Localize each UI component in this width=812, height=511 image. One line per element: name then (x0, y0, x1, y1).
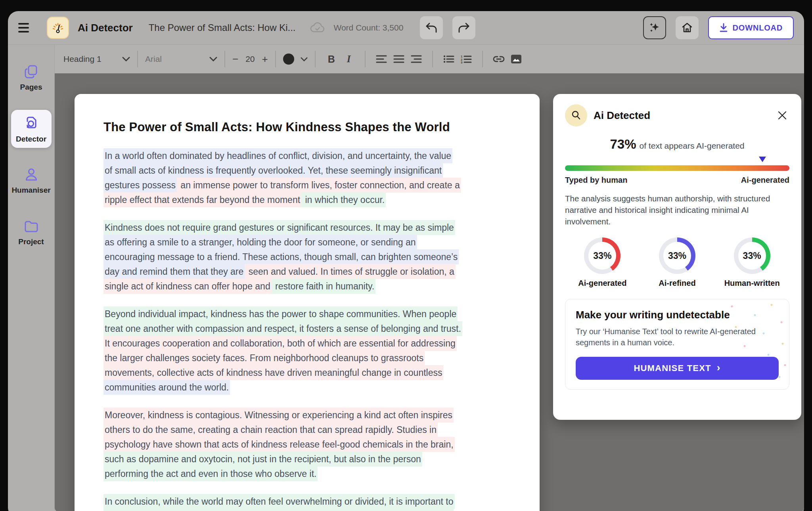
sidebar-item-detector[interactable]: Detector (11, 110, 52, 148)
document-body: In a world often dominated by headlines … (103, 149, 511, 511)
gauge-ai-refined: 33% Ai-refined (640, 237, 714, 288)
close-panel-button[interactable] (775, 108, 789, 122)
meter-marker-icon (759, 157, 766, 162)
svg-text:3: 3 (461, 61, 463, 63)
image-button[interactable] (508, 50, 525, 68)
highlighted-text-pink: single act of kindness can offer hope an… (103, 279, 272, 294)
highlighted-text-green: Beyond individual impact, kindness has t… (103, 306, 458, 322)
highlighted-text-blue: gestures possess (103, 178, 177, 193)
document-title-truncated[interactable]: The Power of Small Acts: How Ki... (149, 22, 296, 33)
formatting-toolbar: Heading 1 Arial − 20 + (55, 45, 804, 73)
highlighted-text-blue: day and remind them that they are (103, 264, 245, 279)
highlighted-text-green: treat one another with compassion and re… (103, 321, 462, 336)
editor-canvas: The Power of Small Acts: How Kindness Sh… (55, 73, 804, 511)
donut-gauge: 33% (584, 237, 620, 274)
chevron-down-icon (301, 57, 308, 61)
humanise-text-button[interactable]: HUMANISE TEXT › (576, 357, 779, 380)
numbered-list-icon: 123 (461, 55, 472, 63)
align-center-icon (393, 55, 404, 63)
redo-icon (458, 22, 470, 33)
ai-meter (565, 165, 789, 171)
highlighted-text-pink: ripple effect that extends far beyond th… (103, 192, 301, 207)
text-color-select[interactable] (283, 54, 308, 65)
gauge-icon (51, 21, 65, 35)
sidebar-item-project[interactable]: Project (11, 213, 52, 251)
highlighted-text-pink: seen and valued. In times of struggle or… (245, 264, 455, 279)
highlighted-text-blue: as offering a smile to a stranger, holdi… (103, 235, 417, 250)
ai-detected-panel: Ai Detected 73%of text appears AI-genera… (553, 94, 801, 420)
ai-percentage-value: 73% (610, 137, 636, 151)
app-window: Ai Detector The Power of Small Acts: How… (8, 11, 804, 511)
highlighted-text-blue: of small acts of kindness is frequently … (103, 163, 443, 178)
panel-title: Ai Detected (594, 109, 650, 122)
link-button[interactable] (490, 50, 508, 68)
ai-percentage-summary: 73%of text appears AI-generated (565, 137, 789, 152)
paragraph[interactable]: Beyond individual impact, kindness has t… (103, 307, 511, 395)
highlighted-text-pink: the larger challenges society faces. Fro… (103, 350, 425, 366)
gauge-ai-generated: 33% Ai-generated (565, 237, 639, 288)
font-size-stepper: − 20 + (232, 54, 268, 64)
align-right-icon (411, 55, 422, 63)
highlighted-text-green: In conclusion, while the world may often… (103, 494, 455, 509)
home-icon (681, 22, 693, 34)
bullet-list-icon (443, 55, 454, 63)
analysis-text: The analysis suggests human authorship, … (565, 193, 779, 227)
italic-button[interactable]: I (340, 50, 358, 68)
title-bar: Ai Detector The Power of Small Acts: How… (8, 11, 804, 45)
sparkles-icon (649, 22, 661, 34)
align-left-button[interactable] (373, 50, 390, 68)
bullet-list-button[interactable] (440, 50, 458, 68)
paragraph-style-select[interactable]: Heading 1 (63, 54, 130, 64)
chevron-down-icon (122, 57, 130, 61)
highlighted-text-green: performing the act and even in those who… (103, 466, 318, 481)
align-center-button[interactable] (390, 50, 408, 68)
font-family-select[interactable]: Arial (145, 54, 217, 64)
numbered-list-button[interactable]: 123 (458, 50, 475, 68)
highlighted-text-pink: an immense power to transform lives, fos… (177, 178, 461, 193)
bold-button[interactable]: B (323, 50, 340, 68)
gradient-meter-bar (565, 165, 789, 171)
close-icon (778, 111, 787, 120)
undo-icon (425, 22, 437, 33)
highlighted-text-pink: others to do the same, creating a chain … (103, 422, 438, 437)
highlighted-text-blue: In a world often dominated by headlines … (103, 148, 452, 163)
chevron-down-icon (209, 57, 217, 61)
redo-button[interactable] (452, 16, 475, 39)
highlighted-text-green: such as dopamine and oxytocin, not just … (103, 452, 422, 467)
cloud-sync-icon (310, 22, 325, 34)
highlighted-text-blue: encouraging message to a friend. These a… (103, 249, 459, 264)
align-right-button[interactable] (408, 50, 425, 68)
home-button[interactable] (676, 16, 699, 39)
chevron-right-icon: › (717, 362, 721, 374)
font-size-increase[interactable]: + (262, 54, 268, 64)
app-logo[interactable] (47, 17, 69, 39)
gauges-row: 33% Ai-generated 33% Ai-refined (565, 237, 789, 288)
document-heading[interactable]: The Power of Small Acts: How Kindness Sh… (103, 120, 511, 134)
document-page[interactable]: The Power of Small Acts: How Kindness Sh… (75, 94, 540, 511)
align-left-icon (376, 55, 387, 63)
app-title: Ai Detector (78, 22, 133, 34)
scale-label-ai: Ai-generated (741, 176, 789, 185)
humaniser-person-icon (23, 167, 40, 183)
sidebar-item-pages[interactable]: Pages (11, 58, 52, 96)
sidebar-item-humaniser[interactable]: Humaniser (11, 161, 52, 199)
hamburger-menu-icon[interactable] (18, 20, 34, 36)
font-size-decrease[interactable]: − (232, 54, 238, 64)
link-icon (493, 55, 505, 63)
paragraph[interactable]: Moreover, kindness is contagious. Witnes… (103, 408, 511, 481)
highlighted-text-pink: movements, collective acts of kindness h… (103, 365, 443, 380)
download-button[interactable]: DOWNLOAD (708, 16, 794, 39)
ai-tools-button[interactable] (643, 16, 666, 39)
magnifier-badge (565, 104, 587, 126)
paragraph[interactable]: Kindness does not require grand gestures… (103, 220, 511, 294)
undo-button[interactable] (420, 16, 443, 39)
pages-icon (23, 63, 40, 80)
highlighted-text-green: in which they occur. (301, 192, 386, 207)
paragraph[interactable]: In conclusion, while the world may often… (103, 494, 511, 511)
image-icon (511, 54, 522, 64)
paragraph[interactable]: In a world often dominated by headlines … (103, 149, 511, 207)
highlighted-text-pink: It encourages cooperation and collaborat… (103, 336, 457, 351)
font-size-value[interactable]: 20 (245, 54, 255, 64)
word-count: Word Count: 3,500 (334, 23, 404, 33)
highlighted-text-pink: psychology have shown that acts of kindn… (103, 437, 455, 452)
